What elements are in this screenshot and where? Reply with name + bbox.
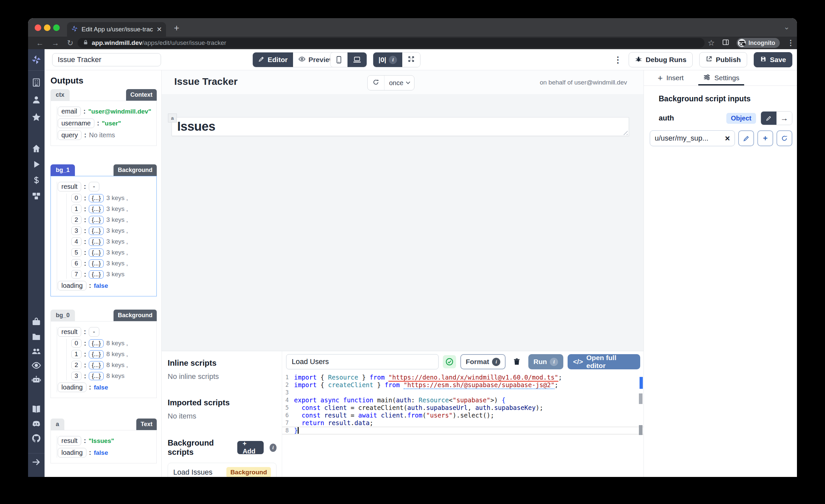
- sidebar-arrow-right-icon[interactable]: [31, 457, 41, 467]
- output-row[interactable]: email:"user@windmill.dev": [58, 106, 154, 116]
- output-id-tab[interactable]: bg_0: [51, 309, 75, 321]
- connect-input-button[interactable]: →: [776, 112, 792, 125]
- app-canvas[interactable]: Issue Tracker once on behalf of user@win…: [162, 70, 644, 351]
- tab-settings[interactable]: Settings: [703, 70, 740, 85]
- run-button[interactable]: Runi: [528, 354, 564, 369]
- resource-picker-input[interactable]: u/user/my_sup... ×: [650, 130, 735, 146]
- sidebar-discord-icon[interactable]: [31, 419, 41, 429]
- result-item-row[interactable]: 7:{...}3 keys: [71, 270, 154, 279]
- fullscreen-button[interactable]: [402, 53, 420, 67]
- expand-object-chip[interactable]: {...}: [89, 339, 103, 348]
- save-button[interactable]: Save: [754, 52, 792, 67]
- result-item-row[interactable]: 3:{...}3 keys ,: [71, 226, 154, 235]
- output-row[interactable]: query:No items: [58, 130, 154, 140]
- expand-object-chip[interactable]: {...}: [89, 260, 103, 268]
- editor-mode-button[interactable]: Editor: [253, 53, 293, 67]
- browser-tab[interactable]: Edit App u/user/issue-tracker ✕: [67, 22, 166, 37]
- expand-object-chip[interactable]: {...}: [89, 194, 103, 202]
- sidebar-home-icon[interactable]: [31, 144, 41, 153]
- result-item-row[interactable]: 2:{...}3 keys ,: [71, 216, 154, 224]
- code-line-1[interactable]: 1import { Resource } from "https://deno.…: [282, 374, 644, 381]
- code-line-6[interactable]: 6 const result = await client.from("user…: [282, 412, 644, 419]
- sidebar-play-icon[interactable]: [31, 159, 41, 169]
- sidebar-dollar-icon[interactable]: [31, 175, 41, 185]
- result-item-row[interactable]: 0:{...}8 keys ,: [71, 339, 154, 348]
- result-item-row[interactable]: 6:{...}3 keys ,: [71, 259, 154, 268]
- code-line-3[interactable]: 3: [282, 389, 644, 397]
- refresh-resource-button[interactable]: [776, 130, 792, 146]
- result-item-row[interactable]: 1:{...}3 keys ,: [71, 205, 154, 213]
- refresh-button[interactable]: [368, 76, 384, 90]
- output-row[interactable]: result:"Issues": [58, 436, 154, 446]
- component-id-chip[interactable]: a: [168, 114, 177, 123]
- publish-button[interactable]: Publish: [699, 52, 747, 67]
- expand-object-chip[interactable]: {...}: [89, 372, 103, 380]
- sidebar-book-icon[interactable]: [31, 404, 41, 414]
- background-script-item[interactable]: Load IssuesBackground: [168, 463, 277, 477]
- close-window-button[interactable]: [34, 24, 41, 31]
- tab-search-chevron-icon[interactable]: ⌄: [784, 23, 790, 31]
- expand-object-chip[interactable]: {...}: [89, 216, 103, 224]
- reload-icon[interactable]: ↻: [67, 39, 73, 48]
- sidebar-star-icon[interactable]: [31, 112, 41, 122]
- expand-object-chip[interactable]: {...}: [89, 248, 103, 257]
- result-item-row[interactable]: 4:{...}3 keys ,: [71, 237, 154, 246]
- code-line-8[interactable]: 8}: [282, 427, 644, 434]
- sidebar-resources-icon[interactable]: [31, 191, 41, 201]
- bookmark-star-icon[interactable]: ☆: [708, 38, 715, 48]
- result-item-row[interactable]: 0:{...}3 keys ,: [71, 194, 154, 202]
- sidebar-folder-icon[interactable]: [31, 332, 41, 342]
- browser-menu-icon[interactable]: ⋮: [787, 39, 794, 47]
- sidebar-building-icon[interactable]: [31, 78, 41, 87]
- scrollbar-thumb[interactable]: [639, 393, 643, 404]
- windmill-logo-icon[interactable]: [31, 55, 42, 65]
- result-item-row[interactable]: 3:{...}8 keys: [71, 372, 154, 380]
- desktop-view-button[interactable]: [348, 53, 367, 67]
- static-input-button[interactable]: [761, 112, 776, 125]
- output-id-tab[interactable]: ctx: [51, 89, 70, 101]
- tab-insert[interactable]: +Insert: [658, 70, 684, 85]
- result-item-row[interactable]: 2:{...}8 keys ,: [71, 361, 154, 369]
- sidebar-jobs-icon[interactable]: [31, 317, 41, 327]
- result-item-row[interactable]: 5:{...}3 keys ,: [71, 248, 154, 257]
- sidebar-user-icon[interactable]: [31, 95, 41, 104]
- code-editor[interactable]: 1import { Resource } from "https://deno.…: [282, 372, 644, 477]
- forward-icon[interactable]: →: [52, 39, 59, 48]
- edit-resource-button[interactable]: [738, 130, 754, 146]
- sidebar-github-icon[interactable]: [31, 433, 41, 443]
- code-line-5[interactable]: 5 const client = createClient(auth.supab…: [282, 404, 644, 412]
- script-name-input[interactable]: [286, 354, 439, 369]
- code-line-2[interactable]: 2import { createClient } from "https://e…: [282, 381, 644, 389]
- app-menu-icon[interactable]: ⋮: [613, 55, 622, 65]
- sidebar-eye-icon[interactable]: [31, 360, 41, 370]
- format-button[interactable]: Formati: [460, 354, 506, 369]
- clear-icon[interactable]: ×: [725, 133, 730, 144]
- editor-scrollbar[interactable]: [638, 372, 644, 477]
- tab-close-icon[interactable]: ✕: [156, 25, 162, 33]
- code-line-7[interactable]: 7 return result.data;: [282, 419, 644, 427]
- output-row[interactable]: result:-: [58, 182, 154, 192]
- delete-script-button[interactable]: [510, 355, 524, 369]
- sidebar-groups-icon[interactable]: [31, 346, 41, 356]
- add-background-script-button[interactable]: + Add: [237, 441, 264, 454]
- side-panel-icon[interactable]: [722, 39, 729, 47]
- output-row[interactable]: loading:false: [58, 448, 154, 457]
- output-id-tab[interactable]: bg_1: [51, 164, 75, 176]
- expand-object-chip[interactable]: {...}: [89, 205, 103, 213]
- result-item-row[interactable]: 1:{...}8 keys ,: [71, 350, 154, 358]
- open-full-editor-button[interactable]: </>Open full editor: [568, 354, 640, 369]
- output-row[interactable]: loading:false: [58, 382, 154, 392]
- new-tab-button[interactable]: +: [174, 23, 179, 33]
- back-icon[interactable]: ←: [36, 39, 44, 48]
- app-name-input[interactable]: [52, 53, 161, 66]
- expand-object-chip[interactable]: {...}: [89, 238, 103, 246]
- output-row[interactable]: result:-: [58, 327, 154, 337]
- output-row[interactable]: loading:false: [58, 281, 154, 290]
- json-schema-button[interactable]: |0| i: [373, 53, 402, 67]
- expand-object-chip[interactable]: {...}: [89, 350, 103, 358]
- mobile-view-button[interactable]: [330, 53, 348, 67]
- text-component[interactable]: a Issues: [172, 117, 629, 136]
- address-bar[interactable]: app.windmill.dev/apps/edit/u/user/issue-…: [78, 38, 704, 48]
- refresh-mode-select[interactable]: once: [384, 76, 414, 90]
- output-row[interactable]: username:"user": [58, 119, 154, 128]
